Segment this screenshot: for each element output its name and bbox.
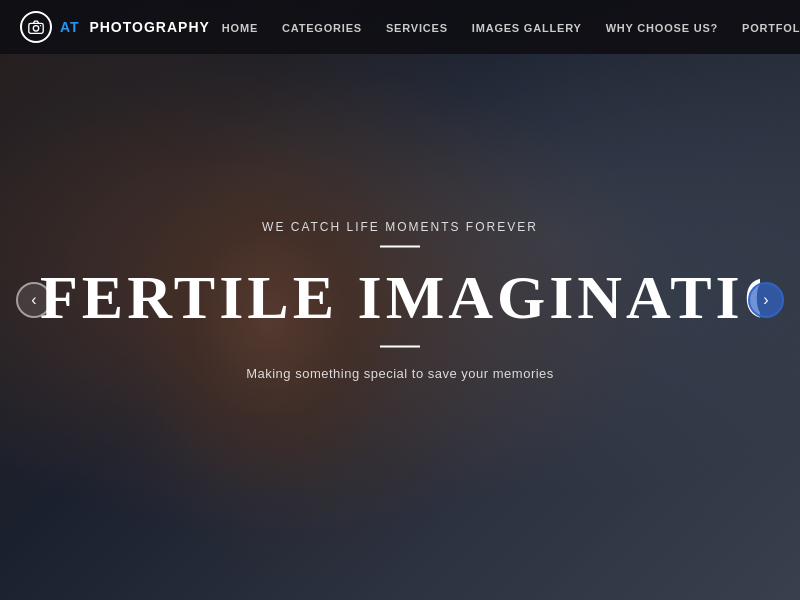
- nav-item-portfolio: PORTFOLIO: [730, 18, 800, 36]
- hero-divider-bottom: [380, 346, 420, 348]
- hero-content: WE CATCH LIFE MOMENTS FOREVER FERTILE IM…: [40, 220, 760, 381]
- svg-rect-0: [29, 23, 43, 33]
- svg-point-1: [33, 26, 38, 31]
- hero-subtitle: Making something special to save your me…: [40, 366, 760, 381]
- svg-point-2: [40, 25, 41, 26]
- navbar: AT PHOTOGRAPHY HOMECATEGORIESSERVICESIMA…: [0, 0, 800, 54]
- hero-title: FERTILE IMAGINATIO: [40, 266, 760, 328]
- chevron-right-icon: ›: [763, 291, 768, 309]
- nav-item-why-choose-us: WHY CHOOSE US?: [594, 18, 730, 36]
- logo-prefix: AT: [60, 19, 80, 35]
- nav-link-images-gallery[interactable]: IMAGES GALLERY: [460, 22, 594, 34]
- logo-brand: PHOTOGRAPHY: [89, 19, 209, 35]
- nav-link-why-choose-us[interactable]: WHY CHOOSE US?: [594, 22, 730, 34]
- nav-item-images-gallery: IMAGES GALLERY: [460, 18, 594, 36]
- nav-link-portfolio[interactable]: PORTFOLIO: [730, 22, 800, 34]
- nav-link-services[interactable]: SERVICES: [374, 22, 460, 34]
- hero-tagline: WE CATCH LIFE MOMENTS FOREVER: [40, 220, 760, 234]
- nav-link-categories[interactable]: CATEGORIES: [270, 22, 374, 34]
- logo[interactable]: AT PHOTOGRAPHY: [20, 11, 210, 43]
- hero-divider-top: [380, 246, 420, 248]
- nav-item-home: HOME: [210, 18, 270, 36]
- carousel-prev-button[interactable]: ‹: [16, 282, 52, 318]
- camera-icon: [20, 11, 52, 43]
- camera-svg: [27, 18, 45, 36]
- logo-text: AT PHOTOGRAPHY: [60, 19, 210, 35]
- chevron-left-icon: ‹: [31, 291, 36, 309]
- nav-link-home[interactable]: HOME: [210, 22, 270, 34]
- nav-item-services: SERVICES: [374, 18, 460, 36]
- nav-item-categories: CATEGORIES: [270, 18, 374, 36]
- carousel-next-button[interactable]: ›: [748, 282, 784, 318]
- hero-section: AT PHOTOGRAPHY HOMECATEGORIESSERVICESIMA…: [0, 0, 800, 600]
- nav-links: HOMECATEGORIESSERVICESIMAGES GALLERYWHY …: [210, 18, 800, 36]
